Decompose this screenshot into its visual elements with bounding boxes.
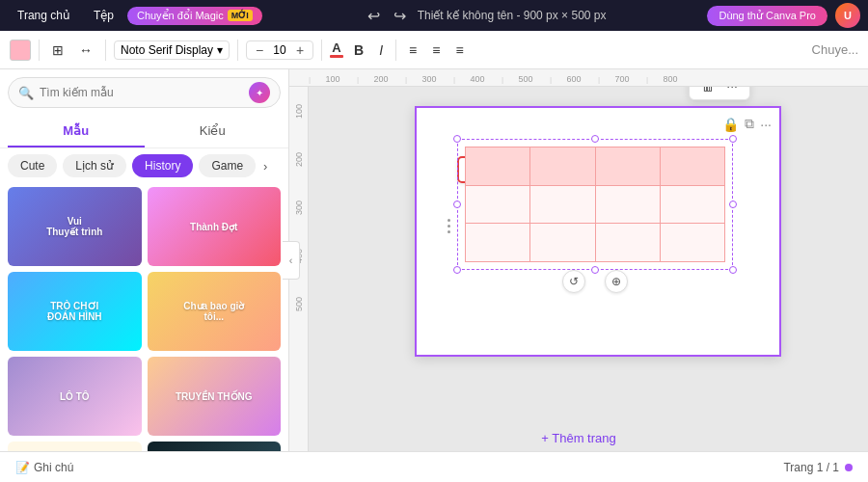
- nav-file[interactable]: Tệp: [84, 5, 123, 26]
- table-cell-r2c1[interactable]: [530, 224, 595, 262]
- template-card-0[interactable]: VuiThuyết trình: [8, 187, 142, 266]
- table-cell-r1c0[interactable]: [466, 185, 530, 224]
- pill-more-icon[interactable]: ›: [261, 155, 269, 177]
- duplicate-button[interactable]: ⧉: [745, 116, 754, 132]
- table-cell-r0c1[interactable]: [530, 147, 595, 186]
- more-options-button[interactable]: ···: [722, 87, 742, 95]
- template-card-7[interactable]: Công nghệ thông trang nghiệp Đơn phần: [148, 442, 282, 451]
- nav-home[interactable]: Trang chủ: [8, 5, 80, 26]
- ruler-mark-700: 700: [598, 74, 646, 84]
- font-selector[interactable]: Noto Serif Display ▾: [114, 40, 230, 60]
- fill-color-swatch[interactable]: [10, 40, 31, 61]
- table-cell-r0c3[interactable]: [660, 147, 724, 186]
- lock-button[interactable]: 🔒: [722, 116, 739, 132]
- panel-tabs: Mẫu Kiểu: [0, 116, 288, 148]
- separator-4: [321, 40, 322, 61]
- nav-magic[interactable]: Chuyển đổi Magic MỚI: [127, 7, 262, 25]
- template-label-2: TRÒ CHƠIĐOÁN HÌNH: [43, 297, 106, 326]
- ruler-horizontal: 100 200 300 400 500 600 700 800: [289, 69, 868, 87]
- font-size-decrease[interactable]: −: [251, 42, 268, 58]
- search-bar[interactable]: 🔍 ✦: [8, 77, 281, 108]
- magic-new-tag: MỚI: [228, 10, 253, 21]
- separator-5: [395, 40, 396, 61]
- handle-top-right[interactable]: [729, 135, 737, 143]
- vertical-handle[interactable]: [448, 219, 450, 233]
- pill-game[interactable]: Game: [199, 154, 256, 177]
- notes-button[interactable]: 📝 Ghi chú: [15, 461, 73, 474]
- canvas-area: 100 200 300 400 500 600 700 800 100 200 …: [289, 69, 868, 451]
- table-element[interactable]: ↺ ⊕: [465, 147, 725, 262]
- template-grid: VuiThuyết trình Thành Đợt TRÒ CHƠIĐOÁN H…: [0, 183, 288, 451]
- rotate-button[interactable]: ↺: [562, 270, 585, 293]
- canvas-top-controls: 🔒 ⧉ ···: [722, 116, 772, 132]
- notes-icon: 📝: [15, 461, 30, 474]
- trash-button[interactable]: 🗑: [697, 87, 719, 95]
- template-card-1[interactable]: Thành Đợt: [148, 187, 282, 266]
- ruler-mark-500: 500: [502, 74, 550, 84]
- table-cell-r2c3[interactable]: [660, 224, 724, 262]
- text-color-button[interactable]: A: [330, 41, 343, 58]
- page-label: Trang 1 / 1: [783, 461, 839, 474]
- table-cell-r0c2[interactable]: [595, 147, 660, 186]
- ruler-mark-300: 300: [405, 74, 453, 84]
- undo-redo-group: ↩ ↪: [364, 5, 410, 27]
- table-cell-r1c3[interactable]: [660, 185, 724, 224]
- tab-kieu[interactable]: Kiểu: [145, 116, 282, 147]
- handle-bottom-right[interactable]: [729, 266, 737, 274]
- text-color-A-icon: A: [332, 41, 340, 54]
- font-size-increase[interactable]: +: [291, 42, 309, 58]
- category-pills: Cute Lịch sử History Game ›: [0, 148, 288, 183]
- canvas-scroll: 100 200 300 400 500 🔒 ⧉ ··· 🗑 ···: [289, 87, 868, 451]
- font-size-value: 10: [270, 43, 289, 57]
- template-card-5[interactable]: TRUYỀN THỐNG: [148, 357, 282, 436]
- separator-3: [237, 40, 238, 61]
- nav-center: ↩ ↪ Thiết kế không tên - 900 px × 500 px: [266, 5, 704, 27]
- add-page-button[interactable]: + Thêm trang: [289, 425, 868, 451]
- user-avatar[interactable]: U: [835, 3, 860, 28]
- table-cell-r1c2[interactable]: [595, 185, 660, 224]
- table-cell-r2c0[interactable]: [466, 224, 530, 262]
- italic-button[interactable]: I: [374, 40, 388, 61]
- undo-button[interactable]: ↩: [364, 5, 384, 27]
- table-cell-r2c2[interactable]: [595, 224, 660, 262]
- search-input[interactable]: [40, 86, 243, 99]
- tab-mau[interactable]: Mẫu: [8, 116, 145, 147]
- separator-2: [105, 40, 106, 61]
- table-cell-r0c0[interactable]: [466, 147, 530, 186]
- redo-button[interactable]: ↪: [390, 5, 410, 27]
- pill-lich-su[interactable]: Lịch sử: [63, 154, 126, 177]
- ruler-vmark-500: 500: [289, 280, 308, 328]
- try-canva-button[interactable]: Dùng thử Canva Pro: [707, 6, 827, 26]
- canvas-page[interactable]: 🔒 ⧉ ··· 🗑 ··· ···: [415, 106, 781, 357]
- template-label-4: LÔ TÔ: [56, 388, 94, 406]
- grid-button[interactable]: ⊞: [47, 40, 68, 61]
- handle-bottom-left[interactable]: [453, 266, 461, 274]
- template-card-3[interactable]: Chưa bao giờtôi...: [148, 272, 282, 351]
- table[interactable]: [465, 147, 725, 262]
- handle-middle-left[interactable]: [453, 201, 461, 208]
- canvas-more-button[interactable]: ···: [760, 116, 772, 132]
- table-cell-r1c1[interactable]: [530, 185, 595, 224]
- align-right-button[interactable]: ≡: [450, 40, 468, 61]
- template-card-4[interactable]: LÔ TÔ: [8, 357, 142, 436]
- ruler-mark-200: 200: [357, 74, 405, 84]
- pill-cute[interactable]: Cute: [8, 154, 57, 177]
- handle-middle-right[interactable]: [729, 201, 737, 208]
- handle-top-middle[interactable]: [591, 135, 599, 143]
- align-center-button[interactable]: ≡: [427, 40, 445, 61]
- align-left-button[interactable]: ≡: [404, 40, 421, 61]
- template-label-1: Thành Đợt: [186, 218, 241, 236]
- bold-button[interactable]: B: [349, 40, 368, 61]
- handle-top-left[interactable]: [453, 135, 461, 143]
- handle-dot-1: [448, 219, 450, 222]
- font-name: Noto Serif Display: [121, 43, 213, 57]
- template-card-6[interactable]: Hồ sơ Năng lựcViệt văn: [8, 442, 142, 451]
- add-element-button[interactable]: ⊕: [605, 270, 628, 293]
- pill-history[interactable]: History: [132, 154, 193, 177]
- resize-button[interactable]: ↔: [74, 40, 97, 61]
- ruler-mark-400: 400: [453, 74, 502, 84]
- filter-icon[interactable]: ✦: [249, 82, 270, 103]
- left-panel: 🔍 ✦ Mẫu Kiểu Cute Lịch sử History Game ›…: [0, 69, 289, 451]
- template-card-2[interactable]: TRÒ CHƠIĐOÁN HÌNH: [8, 272, 142, 351]
- panel-collapse-button[interactable]: ‹: [283, 241, 300, 280]
